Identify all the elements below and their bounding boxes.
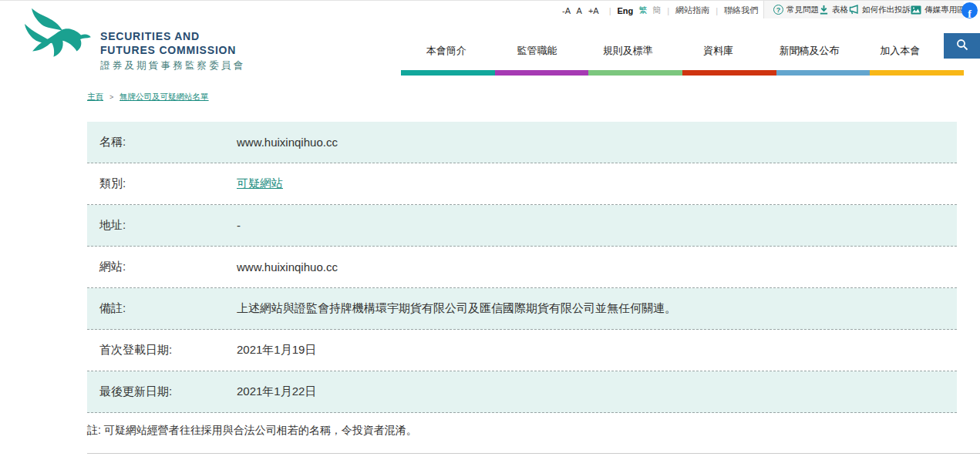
row-value: 2021年1月22日 bbox=[237, 384, 316, 399]
nav-color-segment bbox=[682, 70, 776, 76]
bottom-divider bbox=[87, 453, 980, 454]
row-label: 網站: bbox=[99, 260, 237, 274]
row-value: www.huixinqihuo.cc bbox=[237, 260, 338, 274]
faq-link[interactable]: ? 常見問題 bbox=[773, 5, 819, 15]
quicklinks-bar: ? 常見問題 表格 如何作出投訴 傳媒專用區 bbox=[763, 1, 964, 18]
breadcrumb: 主頁 > 無牌公司及可疑網站名單 bbox=[87, 92, 209, 102]
megaphone-icon bbox=[848, 5, 859, 15]
breadcrumb-home-link[interactable]: 主頁 bbox=[87, 92, 103, 101]
nav-published-resources[interactable]: 資料庫 bbox=[673, 39, 764, 62]
search-icon bbox=[956, 39, 968, 54]
row-label: 地址: bbox=[99, 218, 237, 233]
sitemap-link[interactable]: 網站指南 bbox=[675, 5, 709, 16]
divider: | bbox=[667, 6, 669, 15]
media-room-label: 傳媒專用區 bbox=[924, 5, 965, 15]
media-room-link[interactable]: 傳媒專用區 bbox=[911, 5, 965, 15]
suspicious-website-link[interactable]: 可疑網站 bbox=[237, 176, 283, 191]
alert-detail-table: 名稱: www.huixinqihuo.cc 類別: 可疑網站 地址: - 網站… bbox=[87, 122, 957, 413]
row-label: 名稱: bbox=[99, 135, 237, 149]
row-label: 類別: bbox=[99, 176, 237, 191]
nav-color-bar bbox=[401, 70, 964, 76]
lang-english-link[interactable]: Eng bbox=[618, 6, 634, 15]
nav-color-segment bbox=[401, 70, 495, 76]
font-size-controls: -A A +A bbox=[562, 6, 603, 15]
lang-traditional-link[interactable]: 繁 bbox=[638, 5, 647, 16]
table-row-address: 地址: - bbox=[87, 205, 957, 247]
media-icon bbox=[911, 5, 921, 15]
row-label: 首次登載日期: bbox=[99, 343, 237, 358]
table-row-last-updated: 最後更新日期: 2021年1月22日 bbox=[87, 371, 957, 413]
divider: | bbox=[716, 6, 718, 15]
row-value: 2021年1月19日 bbox=[237, 343, 316, 358]
breadcrumb-separator: > bbox=[109, 93, 113, 101]
row-value: 上述網站與證監會持牌機構環宇期貨有限公司及匯信國際期貨有限公司並無任何關連。 bbox=[237, 301, 676, 316]
sfc-logo[interactable]: SECURITIES AND FUTURES COMMISSION 證券及期貨事… bbox=[22, 7, 245, 75]
question-circle-icon: ? bbox=[773, 5, 783, 15]
font-smaller-button[interactable]: -A bbox=[562, 6, 571, 15]
nav-about[interactable]: 本會簡介 bbox=[401, 39, 492, 62]
nav-color-segment bbox=[588, 70, 682, 76]
table-row-name: 名稱: www.huixinqihuo.cc bbox=[87, 122, 957, 163]
search-button[interactable] bbox=[944, 33, 980, 59]
sfc-logo-text: SECURITIES AND FUTURES COMMISSION 證券及期貨事… bbox=[100, 9, 245, 72]
sfc-eagle-icon bbox=[22, 7, 93, 75]
logo-line2: FUTURES COMMISSION bbox=[100, 43, 245, 57]
nav-regulatory-functions[interactable]: 監管職能 bbox=[492, 39, 583, 62]
faq-label: 常見問題 bbox=[786, 5, 819, 15]
sfc-page: SECURITIES AND FUTURES COMMISSION 證券及期貨事… bbox=[0, 0, 980, 470]
lang-simplified-link[interactable]: 簡 bbox=[652, 5, 661, 16]
font-normal-button[interactable]: A bbox=[576, 6, 581, 15]
table-row-website: 網站: www.huixinqihuo.cc bbox=[87, 247, 957, 288]
complaint-link[interactable]: 如何作出投訴 bbox=[848, 5, 911, 15]
utility-bar: -A A +A | Eng 繁 簡 | 網站指南 | 聯絡我們 bbox=[562, 5, 758, 16]
divider: | bbox=[609, 6, 611, 15]
logo-line1: SECURITIES AND bbox=[100, 29, 245, 43]
nav-news-announcements[interactable]: 新聞稿及公布 bbox=[764, 39, 855, 62]
contact-link[interactable]: 聯絡我們 bbox=[724, 5, 758, 16]
table-row-remarks: 備註: 上述網站與證監會持牌機構環宇期貨有限公司及匯信國際期貨有限公司並無任何關… bbox=[87, 288, 957, 330]
row-label: 最後更新日期: bbox=[99, 384, 237, 399]
row-value: www.huixinqihuo.cc bbox=[237, 136, 338, 149]
footnote: 註: 可疑網站經營者往往採用與合法公司相若的名稱，令投資者混淆。 bbox=[87, 424, 417, 438]
forms-link[interactable]: 表格 bbox=[819, 5, 848, 15]
forms-label: 表格 bbox=[832, 5, 848, 15]
main-nav: 本會簡介 監管職能 規則及標準 資料庫 新聞稿及公布 加入本會 bbox=[401, 39, 945, 62]
nav-color-segment bbox=[870, 70, 964, 76]
table-row-category: 類別: 可疑網站 bbox=[87, 163, 957, 205]
download-icon bbox=[819, 5, 829, 15]
nav-color-segment bbox=[776, 70, 871, 76]
row-value: - bbox=[237, 219, 241, 232]
facebook-icon[interactable]: f bbox=[961, 2, 978, 18]
row-label: 備註: bbox=[99, 301, 237, 316]
table-row-first-posted: 首次登載日期: 2021年1月19日 bbox=[87, 330, 957, 371]
logo-line3: 證券及期貨事務監察委員會 bbox=[100, 59, 245, 72]
nav-join-us[interactable]: 加入本會 bbox=[854, 39, 945, 62]
breadcrumb-current-link[interactable]: 無牌公司及可疑網站名單 bbox=[120, 92, 209, 101]
nav-rules-standards[interactable]: 規則及標準 bbox=[582, 39, 673, 62]
nav-color-segment bbox=[495, 70, 589, 76]
font-larger-button[interactable]: +A bbox=[588, 6, 599, 15]
complaint-label: 如何作出投訴 bbox=[862, 5, 911, 15]
